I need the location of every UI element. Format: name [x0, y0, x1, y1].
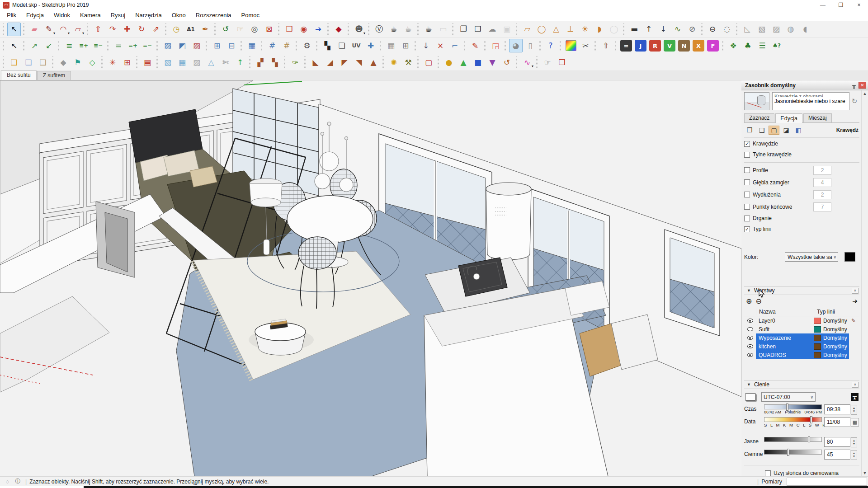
toolbar-grip[interactable]	[23, 40, 26, 52]
toolbar-grip[interactable]	[316, 40, 319, 52]
move-tool-icon[interactable]: ✚	[120, 23, 134, 36]
value-profile[interactable]: 2	[813, 166, 831, 175]
menu-kamera[interactable]: Kamera	[75, 10, 106, 20]
toolbar-grip[interactable]	[278, 23, 281, 35]
vray-light-omni-icon[interactable]: ☀	[578, 23, 592, 36]
close-button[interactable]: ×	[850, 0, 868, 10]
add-layer-button[interactable]: ⊕	[746, 297, 752, 305]
edge-style-shaded-icon[interactable]: ▢	[769, 126, 779, 135]
scroll-down-icon[interactable]: ▼	[863, 471, 867, 475]
sandbox-stamp-icon[interactable]: ◤	[338, 56, 351, 69]
terrain-red-icon[interactable]: ▞	[254, 56, 267, 69]
linetype-column-header[interactable]: Typ linii	[814, 309, 849, 315]
push-n-icon[interactable]: N	[678, 40, 690, 52]
layers-detail-button[interactable]: ➔	[852, 297, 858, 305]
toolbar-grip[interactable]	[504, 40, 507, 52]
layer-color-swatch[interactable]	[814, 326, 821, 333]
viewport-3d-scene[interactable]	[0, 80, 741, 476]
toolbar-grip[interactable]	[52, 56, 55, 68]
toolbar-grip[interactable]	[327, 23, 330, 35]
capsule-icon[interactable]: ◖	[798, 23, 812, 36]
toolbar-grip[interactable]	[249, 56, 252, 68]
uv-cube-b-icon[interactable]: ▨	[769, 23, 783, 36]
layer-row-layer0[interactable]: Layer0Domyślny✎	[744, 316, 859, 325]
ring-add-icon[interactable]: =+	[126, 39, 140, 52]
select-loop-icon[interactable]: ≡	[62, 39, 76, 52]
light-slider[interactable]	[764, 437, 822, 442]
toolbar-grip[interactable]	[515, 56, 519, 68]
toolbar-grip[interactable]	[736, 23, 739, 35]
shrink-selection-icon[interactable]: ↙	[42, 39, 56, 52]
toolbar-grip[interactable]	[214, 23, 217, 35]
glass-cube-icon[interactable]: ▧	[161, 56, 175, 69]
select-tool-icon[interactable]: ↖	[7, 23, 21, 36]
rock-icon[interactable]: ◆	[57, 56, 70, 69]
styles-tab-edycja[interactable]: Edycja	[775, 113, 802, 123]
toolbar-grip[interactable]	[539, 40, 542, 52]
push-f-icon[interactable]: F	[707, 40, 719, 52]
toolbar-grip[interactable]	[165, 23, 168, 35]
quad-convert-icon[interactable]: ▦	[245, 39, 259, 52]
loop-add-icon[interactable]: ≡+	[77, 39, 90, 52]
toolbar-grip[interactable]	[536, 56, 539, 68]
menu-widok[interactable]: Widok	[49, 10, 75, 20]
edge-style-textured-icon[interactable]: ◪	[781, 126, 792, 135]
tape-measure-icon[interactable]: ◷	[170, 23, 183, 36]
uv-cube-a-icon[interactable]: ▧	[755, 23, 769, 36]
layer-row-quadros[interactable]: QUADROSDomyślny	[744, 351, 859, 359]
layer-linetype[interactable]: Domyślny	[821, 318, 849, 324]
roundcorner-blue-icon[interactable]: ❑	[22, 56, 35, 69]
scroll-up-icon[interactable]: ▲	[863, 91, 867, 96]
glass-cube-gray-icon[interactable]: ▨	[190, 56, 203, 69]
menu-narzedzia[interactable]: Narzędzia	[130, 10, 167, 20]
toolbar-grip[interactable]	[382, 56, 385, 68]
protractor-wheel-icon[interactable]: ✺	[387, 56, 401, 69]
calendar-icon[interactable]: ▦	[851, 418, 859, 427]
checkbox-typlinii[interactable]: ✓	[744, 226, 750, 232]
toolbar-grip[interactable]	[623, 23, 626, 35]
toolbar-grip[interactable]	[295, 40, 298, 52]
layer-name[interactable]: Sufit	[756, 326, 814, 333]
uv-cross-icon[interactable]: ✚	[364, 39, 377, 52]
help-icon[interactable]: ?	[544, 39, 557, 52]
roundcorner-yellow-icon[interactable]: ❑	[7, 56, 21, 69]
crystal-icon[interactable]: ◇	[85, 56, 99, 69]
toolbox-icon[interactable]: ⚒	[401, 56, 415, 69]
edge-style-hidden-icon[interactable]: ❑	[756, 126, 767, 135]
style-thumbnail[interactable]	[744, 92, 769, 110]
eraser-tool-icon[interactable]: ▰	[28, 23, 41, 36]
tree-icon[interactable]: ♣	[741, 39, 755, 52]
vray-light-dome-icon[interactable]: ◗	[593, 23, 606, 36]
rotate-tool-icon[interactable]: ↻	[135, 23, 148, 36]
toolbar-grip[interactable]	[304, 56, 307, 68]
scale-tool-icon[interactable]: ⇗	[149, 23, 163, 36]
layer-row-kitchen[interactable]: kitchenDomyślny	[744, 342, 859, 351]
toolbar-grip[interactable]	[240, 40, 243, 52]
layer-linetype[interactable]: Domyślny	[821, 352, 849, 358]
layer-color-swatch[interactable]	[814, 318, 821, 324]
arc-tool-icon[interactable]: ◠▾	[57, 23, 70, 36]
toolbar-grip[interactable]	[515, 23, 519, 35]
quad-diag-icon[interactable]: ◩	[175, 39, 189, 52]
red-pencil-icon[interactable]: ✎	[468, 39, 482, 52]
line-tool-icon[interactable]: ✎▾	[42, 23, 56, 36]
toolbar-grip[interactable]	[86, 23, 90, 35]
uv-map-icon[interactable]: UV	[349, 39, 363, 52]
vray-batch-render-icon[interactable]: ❒	[471, 23, 485, 36]
toolbar-grip[interactable]	[2, 56, 5, 68]
sandbox-detail-icon[interactable]: ▲	[367, 56, 380, 69]
toolbar-grip[interactable]	[57, 40, 61, 52]
menu-rozszerzenia[interactable]: Rozszerzenia	[191, 10, 236, 20]
vray-clipper-icon[interactable]: ⊘	[685, 23, 699, 36]
toolbar-grip[interactable]	[463, 40, 467, 52]
pushpull-tool-icon[interactable]: ⇧	[91, 23, 105, 36]
select-tool-icon-2[interactable]: ↖	[7, 39, 21, 52]
timezone-select[interactable]: UTC-07:00 ∨	[761, 392, 816, 402]
toolbar-grip[interactable]	[417, 23, 420, 35]
layer-visibility-icon[interactable]	[747, 353, 753, 357]
vray-light-plane-icon[interactable]: ▱	[520, 23, 534, 36]
toolbar-grip[interactable]	[484, 40, 487, 52]
3d-warehouse-icon[interactable]: ❒	[283, 23, 296, 36]
toolbar-grip[interactable]	[107, 40, 110, 52]
grid-solid-icon[interactable]: ⊞	[399, 39, 412, 52]
